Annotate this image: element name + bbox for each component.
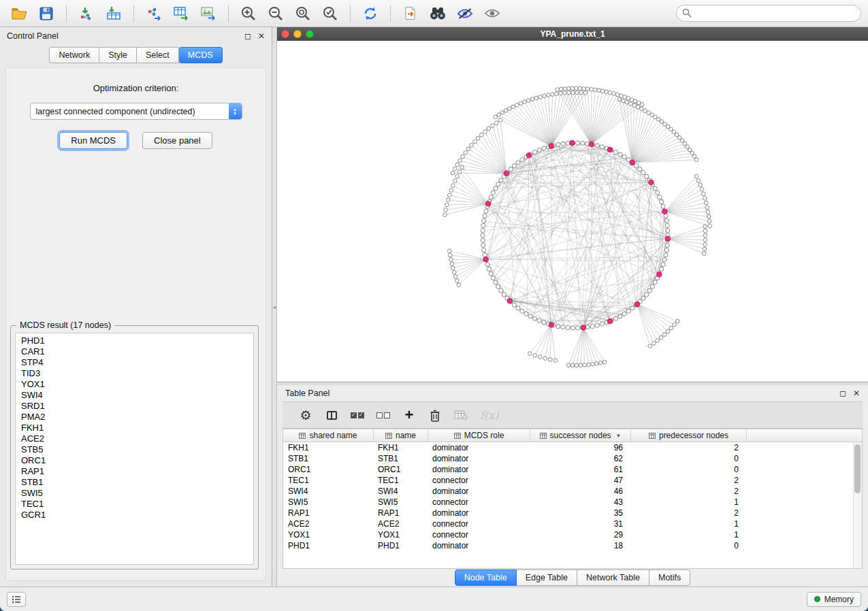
mcds-result-item[interactable]: TID3 xyxy=(16,368,253,379)
table-row[interactable]: FKH1FKH1dominator962 xyxy=(283,442,862,453)
table-cell: YOX1 xyxy=(283,530,374,540)
zoom-selected-button[interactable] xyxy=(318,3,342,24)
float-panel-icon[interactable]: ◻ xyxy=(244,31,251,41)
mcds-result-item[interactable]: STB5 xyxy=(16,444,253,455)
add-column-button[interactable]: + xyxy=(402,406,416,424)
table-settings-button[interactable]: ⚙ xyxy=(299,406,312,424)
open-session-button[interactable] xyxy=(7,3,31,24)
zoom-fit-button[interactable] xyxy=(291,3,315,24)
close-panel-icon[interactable]: ✕ xyxy=(258,31,265,41)
search-network-button[interactable] xyxy=(425,3,450,24)
column-header-mcds-role[interactable]: MCDS role xyxy=(428,429,530,442)
table-row[interactable]: STB1STB1dominator620 xyxy=(283,453,862,464)
table-cell: 31 xyxy=(530,519,631,529)
vertical-splitter[interactable]: ◂ xyxy=(272,27,277,587)
zoom-in-button[interactable] xyxy=(236,3,261,24)
mcds-result-item[interactable]: SWI5 xyxy=(16,488,253,499)
table-row[interactable]: TEC1TEC1connector472 xyxy=(283,475,862,486)
refresh-button[interactable] xyxy=(358,3,383,24)
mcds-result-item[interactable]: GCR1 xyxy=(16,510,253,521)
table-body[interactable]: FKH1FKH1dominator962STB1STB1dominator620… xyxy=(283,442,863,569)
table-row[interactable]: SWI4SWI4dominator462 xyxy=(283,486,862,497)
mcds-result-item[interactable]: PHD1 xyxy=(16,335,253,346)
mcds-buttons-row: Run MCDS Close panel xyxy=(6,132,266,149)
mcds-result-item[interactable]: YOX1 xyxy=(16,379,253,390)
table-row[interactable]: SWI5SWI5connector431 xyxy=(283,497,862,508)
tab-edge-table[interactable]: Edge Table xyxy=(517,569,577,586)
table-cell: 96 xyxy=(530,443,631,452)
mcds-result-item[interactable]: ORC1 xyxy=(16,455,253,466)
column-header-shared-name[interactable]: shared name xyxy=(283,429,374,442)
table-cell: SWI4 xyxy=(374,486,428,496)
select-all-columns-button[interactable] xyxy=(351,406,364,424)
checked-boxes-icon xyxy=(351,412,364,418)
fx-icon: f(x) xyxy=(480,409,498,422)
float-table-panel-icon[interactable]: ◻ xyxy=(839,389,846,398)
import-network-button[interactable] xyxy=(74,3,99,24)
table-row[interactable]: ACE2ACE2connector311 xyxy=(283,518,862,529)
main-toolbar xyxy=(0,0,868,27)
search-input[interactable] xyxy=(676,5,861,22)
mcds-result-item[interactable]: SWI4 xyxy=(16,390,253,401)
window-close-traffic-light[interactable] xyxy=(281,30,289,38)
mcds-result-item[interactable]: SRD1 xyxy=(16,401,253,412)
show-graphics-button[interactable] xyxy=(453,3,477,24)
mcds-result-item[interactable]: STP4 xyxy=(16,357,253,368)
run-mcds-button[interactable]: Run MCDS xyxy=(59,132,127,149)
task-history-button[interactable] xyxy=(7,592,26,607)
delete-table-button xyxy=(454,406,468,424)
table-row[interactable]: YOX1YOX1connector291 xyxy=(283,529,862,540)
close-panel-button[interactable]: Close panel xyxy=(142,132,212,149)
network-canvas[interactable] xyxy=(277,41,868,382)
mcds-result-item[interactable]: RAP1 xyxy=(16,466,253,477)
table-cell: dominator xyxy=(428,454,530,463)
table-row[interactable]: RAP1RAP1dominator352 xyxy=(283,508,862,518)
deselect-all-columns-button[interactable] xyxy=(376,406,390,424)
tab-motifs[interactable]: Motifs xyxy=(649,569,690,586)
table-cell: YOX1 xyxy=(374,530,428,540)
window-minimize-traffic-light[interactable] xyxy=(293,30,302,38)
control-panel-header: Control Panel ◻ ✕ xyxy=(0,27,272,45)
mcds-result-list[interactable]: PHD1CAR1STP4TID3YOX1SWI4SRD1PMA2FKH1ACE2… xyxy=(15,333,254,565)
mcds-result-item[interactable]: ACE2 xyxy=(16,433,253,444)
mcds-result-item[interactable]: PMA2 xyxy=(16,412,253,423)
mcds-result-item[interactable]: TEC1 xyxy=(16,499,253,510)
window-maximize-traffic-light[interactable] xyxy=(306,30,314,38)
table-row[interactable]: ORC1ORC1dominator610 xyxy=(283,464,862,475)
column-header-predecessor-nodes[interactable]: predecessor nodes xyxy=(631,429,747,442)
zoom-fit-icon xyxy=(295,5,311,22)
mcds-result-item[interactable]: STB1 xyxy=(16,477,253,488)
scrollbar-thumb[interactable] xyxy=(854,444,861,493)
export-image-button[interactable] xyxy=(196,3,221,24)
column-header-successor-nodes[interactable]: successor nodes▼ xyxy=(530,429,631,442)
criterion-dropdown[interactable]: largest connected component (undirected)… xyxy=(30,103,242,120)
show-columns-button[interactable] xyxy=(325,406,338,424)
tab-select[interactable]: Select xyxy=(137,47,179,63)
table-scrollbar[interactable] xyxy=(853,442,862,568)
close-table-panel-icon[interactable]: ✕ xyxy=(853,389,860,398)
table-cell: SWI4 xyxy=(283,486,374,496)
hide-graphics-button[interactable] xyxy=(480,3,504,24)
gear-icon: ⚙ xyxy=(300,408,311,423)
save-session-button[interactable] xyxy=(34,3,59,24)
tab-mcds[interactable]: MCDS xyxy=(179,47,223,63)
tab-style[interactable]: Style xyxy=(99,47,137,63)
tab-network[interactable]: Network xyxy=(49,47,99,63)
table-row[interactable]: PHD1PHD1dominator180 xyxy=(283,540,862,551)
tab-node-table[interactable]: Node Table xyxy=(455,569,517,586)
column-header-name[interactable]: name xyxy=(374,429,428,442)
export-table-button[interactable] xyxy=(169,3,193,24)
delete-column-button[interactable] xyxy=(428,406,442,424)
mcds-result-item[interactable]: CAR1 xyxy=(16,346,253,357)
tab-network-table[interactable]: Network Table xyxy=(577,569,649,586)
unchecked-boxes-icon xyxy=(376,412,390,418)
table-cell: ORC1 xyxy=(374,465,428,474)
mcds-result-item[interactable]: FKH1 xyxy=(16,423,253,433)
table-cell: dominator xyxy=(428,465,530,474)
share-document-button[interactable] xyxy=(398,3,423,24)
memory-button[interactable]: Memory xyxy=(807,592,861,607)
zoom-out-button[interactable] xyxy=(263,3,288,24)
import-table-button[interactable] xyxy=(101,3,126,24)
export-network-button[interactable] xyxy=(142,3,166,24)
table-cell: 61 xyxy=(530,465,631,474)
